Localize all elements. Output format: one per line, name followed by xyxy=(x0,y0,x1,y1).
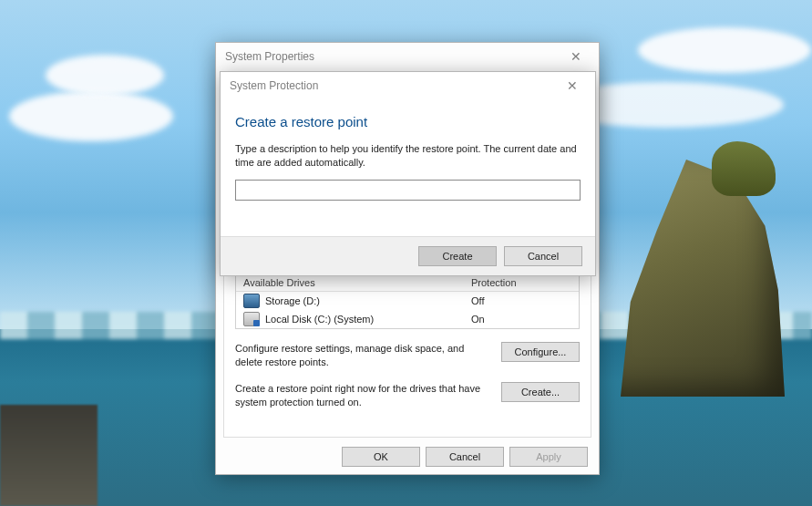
close-icon[interactable]: ✕ xyxy=(562,43,590,70)
dialog-create-button[interactable]: Create xyxy=(418,246,497,266)
configure-description: Configure restore settings, manage disk … xyxy=(235,342,487,369)
system-properties-titlebar[interactable]: System Properties ✕ xyxy=(216,43,599,70)
ok-button[interactable]: OK xyxy=(342,447,420,467)
drive-icon xyxy=(243,294,260,308)
system-protection-dialog: System Protection ✕ Create a restore poi… xyxy=(220,71,596,276)
drives-header-protection: Protection xyxy=(471,277,571,288)
restore-point-name-input[interactable] xyxy=(235,180,581,201)
apply-button[interactable]: Apply xyxy=(509,447,588,467)
close-icon[interactable]: ✕ xyxy=(559,72,586,99)
configure-button[interactable]: Configure... xyxy=(501,342,580,362)
system-protection-title: System Protection xyxy=(230,72,559,99)
drive-protection: On xyxy=(471,314,571,325)
drive-row[interactable]: Local Disk (C:) (System) On xyxy=(236,310,579,328)
system-protection-titlebar[interactable]: System Protection ✕ xyxy=(221,72,595,99)
drive-row[interactable]: Storage (D:) Off xyxy=(236,292,579,310)
drive-protection: Off xyxy=(471,295,571,306)
drives-list: Available Drives Protection Storage (D:)… xyxy=(235,274,580,329)
cancel-button[interactable]: Cancel xyxy=(426,447,504,467)
system-properties-title: System Properties xyxy=(225,43,562,70)
dialog-cancel-button[interactable]: Cancel xyxy=(504,246,582,266)
create-description: Create a restore point right now for the… xyxy=(235,382,487,409)
drives-header-drive: Available Drives xyxy=(243,277,471,288)
dialog-heading: Create a restore point xyxy=(235,114,581,129)
drive-icon xyxy=(243,312,260,326)
drive-name: Local Disk (C:) (System) xyxy=(265,314,471,325)
dialog-description: Type a description to help you identify … xyxy=(235,142,581,170)
drive-name: Storage (D:) xyxy=(265,295,471,306)
create-button[interactable]: Create... xyxy=(501,382,580,402)
